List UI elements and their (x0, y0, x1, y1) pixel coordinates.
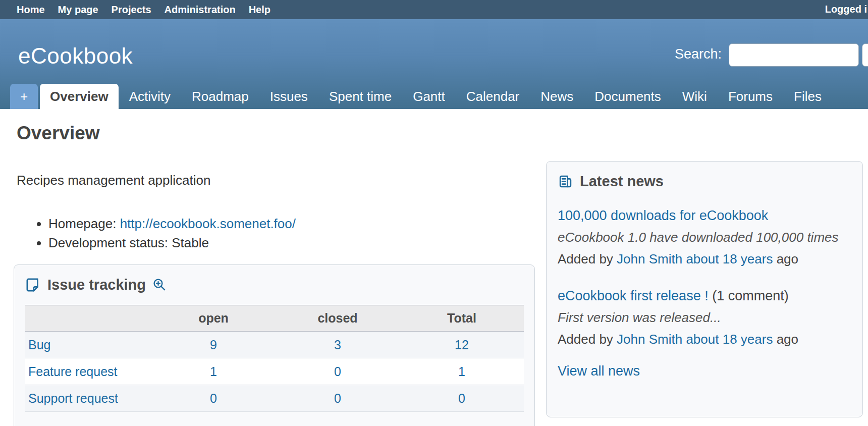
column-total: Total (400, 305, 524, 332)
project-jump-select[interactable] (862, 43, 868, 67)
project-title: eCookbook (18, 43, 133, 69)
column-tracker (25, 305, 151, 332)
development-status-item: Development status: Stable (48, 233, 296, 252)
tab-activity[interactable]: Activity (119, 84, 181, 109)
top-menu-home[interactable]: Home (17, 4, 45, 16)
column-closed: closed (276, 305, 400, 332)
tab-gantt[interactable]: Gantt (402, 84, 456, 109)
news-item: eCookbook first release ! (1 comment) Fi… (558, 285, 851, 350)
table-row-bug: Bug 9 3 12 (25, 332, 524, 358)
tab-spent-time[interactable]: Spent time (318, 84, 402, 109)
homepage-link[interactable]: http://ecookbook.somenet.foo/ (120, 216, 296, 231)
news-comment-count: (1 comment) (712, 288, 789, 303)
author-time-link[interactable]: John Smith about 18 years (617, 251, 773, 267)
project-description: Recipes management application (17, 173, 210, 188)
top-menu-projects[interactable]: Projects (112, 4, 151, 16)
tab-roadmap[interactable]: Roadmap (181, 84, 259, 109)
issue-tracking-title: Issue tracking (47, 277, 146, 293)
total-count-link[interactable]: 12 (455, 338, 469, 352)
total-count-link[interactable]: 0 (458, 391, 465, 405)
tracker-link[interactable]: Feature request (28, 364, 118, 379)
author-time-link[interactable]: John Smith about 18 years (617, 332, 773, 347)
latest-news-box: Latest news 100,000 downloads for eCookb… (546, 161, 863, 417)
search-label: Search: (675, 46, 722, 62)
zoom-in-icon[interactable] (152, 278, 167, 292)
closed-count-link[interactable]: 0 (334, 364, 341, 379)
logged-in-status: Logged i (825, 4, 867, 15)
tab-overview[interactable]: Overview (40, 84, 119, 109)
top-menu-my-page[interactable]: My page (58, 4, 98, 16)
tracker-link[interactable]: Bug (28, 338, 50, 352)
view-all-news-link[interactable]: View all news (558, 363, 640, 379)
tab-wiki[interactable]: Wiki (672, 84, 718, 109)
column-open: open (151, 305, 276, 332)
search-input[interactable] (729, 43, 859, 67)
open-count-link[interactable]: 1 (210, 364, 217, 379)
issue-tracking-box: Issue tracking open closed Total Bug 9 3… (14, 264, 535, 426)
issue-tracking-header: Issue tracking (25, 277, 523, 293)
latest-news-title: Latest news (580, 173, 664, 190)
news-title-link[interactable]: 100,000 downloads for eCookbook (558, 208, 768, 223)
tab-files[interactable]: Files (783, 84, 832, 109)
closed-count-link[interactable]: 3 (334, 338, 341, 352)
homepage-item: Homepage: http://ecookbook.somenet.foo/ (48, 214, 296, 233)
project-header: eCookbook Search: + Overview Activity Ro… (0, 19, 868, 109)
table-row-support-request: Support request 0 0 0 (25, 385, 524, 412)
news-item: 100,000 downloads for eCookbook eCookboo… (558, 205, 851, 270)
open-count-link[interactable]: 0 (210, 391, 217, 405)
page-title: Overview (17, 123, 100, 144)
issue-table-header-row: open closed Total (25, 305, 524, 332)
news-summary: First version was released... (558, 307, 851, 329)
homepage-label: Homepage: (48, 216, 116, 231)
new-object-tab-button[interactable]: + (10, 84, 38, 109)
news-added-by: Added by John Smith about 18 years ago (558, 248, 851, 270)
note-icon (25, 277, 41, 293)
open-count-link[interactable]: 9 (210, 338, 217, 352)
tracker-link[interactable]: Support request (28, 391, 118, 405)
news-icon (558, 174, 573, 189)
project-tabs: + Overview Activity Roadmap Issues Spent… (10, 84, 832, 109)
tab-issues[interactable]: Issues (259, 84, 318, 109)
tab-forums[interactable]: Forums (718, 84, 783, 109)
tab-documents[interactable]: Documents (584, 84, 672, 109)
top-menu-bar: Home My page Projects Administration Hel… (0, 0, 868, 19)
table-row-feature-request: Feature request 1 0 1 (25, 358, 524, 385)
news-title-link[interactable]: eCookbook first release ! (558, 288, 709, 303)
issue-tracking-table: open closed Total Bug 9 3 12 Feature req… (25, 305, 524, 412)
top-menu: Home My page Projects Administration Hel… (0, 4, 270, 16)
news-summary: eCookbook 1.0 have downloaded 100,000 ti… (558, 227, 851, 248)
project-attributes-list: Homepage: http://ecookbook.somenet.foo/ … (32, 214, 296, 252)
news-added-by: Added by John Smith about 18 years ago (558, 329, 851, 350)
tab-calendar[interactable]: Calendar (456, 84, 530, 109)
total-count-link[interactable]: 1 (458, 364, 465, 379)
latest-news-header: Latest news (558, 173, 851, 190)
closed-count-link[interactable]: 0 (334, 391, 341, 405)
top-menu-administration[interactable]: Administration (165, 4, 236, 16)
top-menu-help[interactable]: Help (249, 4, 270, 16)
tab-news[interactable]: News (530, 84, 584, 109)
